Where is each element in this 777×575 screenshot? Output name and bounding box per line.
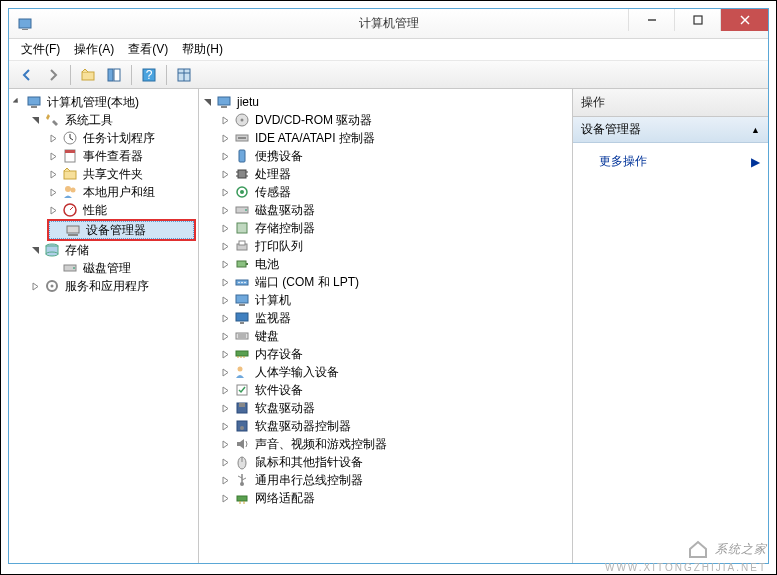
device-category-storage-controllers[interactable]: 存储控制器 xyxy=(219,219,570,237)
expand-icon[interactable] xyxy=(219,240,231,252)
device-tree-root[interactable]: jietu xyxy=(201,93,570,111)
expander-icon[interactable] xyxy=(11,96,23,108)
expand-icon[interactable] xyxy=(219,402,231,414)
tree-node-storage[interactable]: 存储 xyxy=(29,241,196,259)
collapse-icon[interactable] xyxy=(201,96,213,108)
processors-icon xyxy=(234,166,250,182)
expand-icon[interactable] xyxy=(219,132,231,144)
svg-rect-7 xyxy=(108,69,113,81)
device-category-network-adapters[interactable]: 网络适配器 xyxy=(219,489,570,507)
result-pane[interactable]: jietu DVD/CD-ROM 驱动器IDE ATA/ATAPI 控制器便携设… xyxy=(199,89,573,563)
show-hide-tree-button[interactable] xyxy=(102,64,126,86)
device-category-print-queues[interactable]: 打印队列 xyxy=(219,237,570,255)
expand-icon[interactable] xyxy=(219,204,231,216)
expand-icon[interactable] xyxy=(47,150,59,162)
tree-node-disk-management[interactable]: 磁盘管理 xyxy=(47,259,196,277)
device-category-computer[interactable]: 计算机 xyxy=(219,291,570,309)
device-category-processors[interactable]: 处理器 xyxy=(219,165,570,183)
device-category-software-devices[interactable]: 软件设备 xyxy=(219,381,570,399)
expand-icon[interactable] xyxy=(219,456,231,468)
svg-rect-59 xyxy=(236,313,248,321)
expand-icon[interactable] xyxy=(219,330,231,342)
expand-icon[interactable] xyxy=(219,222,231,234)
expand-icon[interactable] xyxy=(219,168,231,180)
device-category-keyboards[interactable]: 键盘 xyxy=(219,327,570,345)
view-button[interactable] xyxy=(172,64,196,86)
maximize-button[interactable] xyxy=(674,9,720,31)
device-category-hid-devices[interactable]: 人体学输入设备 xyxy=(219,363,570,381)
device-category-dvd-drives[interactable]: DVD/CD-ROM 驱动器 xyxy=(219,111,570,129)
print-queues-icon xyxy=(234,238,250,254)
expand-icon[interactable] xyxy=(219,492,231,504)
device-category-disk-drives[interactable]: 磁盘驱动器 xyxy=(219,201,570,219)
expand-icon[interactable] xyxy=(219,384,231,396)
minimize-button[interactable] xyxy=(628,9,674,31)
expand-icon[interactable] xyxy=(219,150,231,162)
collapse-icon[interactable] xyxy=(29,244,41,256)
usb-controllers-icon xyxy=(234,472,250,488)
expand-icon[interactable] xyxy=(219,294,231,306)
expand-icon[interactable] xyxy=(219,474,231,486)
tree-node-system-tools[interactable]: 系统工具 xyxy=(29,111,196,129)
actions-more-link[interactable]: 更多操作 ▶ xyxy=(573,149,768,174)
expand-icon[interactable] xyxy=(29,280,41,292)
expand-icon[interactable] xyxy=(219,420,231,432)
tree-node-shared-folders[interactable]: 共享文件夹 xyxy=(47,165,196,183)
tree-node-computer-management[interactable]: 计算机管理(本地) xyxy=(11,93,196,111)
device-category-floppy-drives[interactable]: 软盘驱动器 xyxy=(219,399,570,417)
expand-icon[interactable] xyxy=(219,114,231,126)
svg-rect-6 xyxy=(82,72,94,80)
expand-icon[interactable] xyxy=(219,186,231,198)
device-category-sensors[interactable]: 传感器 xyxy=(219,183,570,201)
floppy-drives-icon xyxy=(234,400,250,416)
expand-icon[interactable] xyxy=(47,132,59,144)
svg-rect-60 xyxy=(240,322,244,324)
svg-rect-52 xyxy=(246,263,248,265)
expand-icon[interactable] xyxy=(219,438,231,450)
device-category-floppy-controllers[interactable]: 软盘驱动器控制器 xyxy=(219,417,570,435)
expand-icon[interactable] xyxy=(47,168,59,180)
expand-icon[interactable] xyxy=(219,366,231,378)
collapse-icon[interactable] xyxy=(29,114,41,126)
menu-file[interactable]: 文件(F) xyxy=(15,39,66,60)
forward-button[interactable] xyxy=(41,64,65,86)
node-label: IDE ATA/ATAPI 控制器 xyxy=(253,130,377,147)
expand-icon[interactable] xyxy=(219,258,231,270)
device-category-memory-devices[interactable]: 内存设备 xyxy=(219,345,570,363)
node-label: 传感器 xyxy=(253,184,293,201)
node-label: 人体学输入设备 xyxy=(253,364,341,381)
svg-point-54 xyxy=(238,282,240,284)
svg-rect-64 xyxy=(236,351,248,356)
expand-icon[interactable] xyxy=(47,204,59,216)
tree-node-task-scheduler[interactable]: 任务计划程序 xyxy=(47,129,196,147)
node-label: DVD/CD-ROM 驱动器 xyxy=(253,112,374,129)
expand-icon[interactable] xyxy=(219,276,231,288)
device-category-monitors[interactable]: 监视器 xyxy=(219,309,570,327)
memory-devices-icon xyxy=(234,346,250,362)
up-button[interactable] xyxy=(76,64,100,86)
back-button[interactable] xyxy=(15,64,39,86)
hid-devices-icon xyxy=(234,364,250,380)
device-category-portable-devices[interactable]: 便携设备 xyxy=(219,147,570,165)
scope-pane[interactable]: 计算机管理(本地) 系统工具 任务计划程序 事件查看器 xyxy=(9,89,199,563)
close-button[interactable] xyxy=(720,9,768,31)
tree-node-local-users[interactable]: 本地用户和组 xyxy=(47,183,196,201)
expand-icon[interactable] xyxy=(47,186,59,198)
tree-node-performance[interactable]: 性能 xyxy=(47,201,196,219)
actions-section-header[interactable]: 设备管理器 ▲ xyxy=(573,117,768,143)
menu-view[interactable]: 查看(V) xyxy=(122,39,174,60)
tree-node-device-manager[interactable]: 设备管理器 xyxy=(49,221,194,239)
help-button[interactable]: ? xyxy=(137,64,161,86)
device-category-batteries[interactable]: 电池 xyxy=(219,255,570,273)
tree-node-event-viewer[interactable]: 事件查看器 xyxy=(47,147,196,165)
menu-action[interactable]: 操作(A) xyxy=(68,39,120,60)
expand-icon[interactable] xyxy=(219,348,231,360)
menu-help[interactable]: 帮助(H) xyxy=(176,39,229,60)
tree-node-services-apps[interactable]: 服务和应用程序 xyxy=(29,277,196,295)
device-category-ide-controllers[interactable]: IDE ATA/ATAPI 控制器 xyxy=(219,129,570,147)
device-category-ports-com-lpt[interactable]: 端口 (COM 和 LPT) xyxy=(219,273,570,291)
expand-icon[interactable] xyxy=(219,312,231,324)
device-category-mice-pointing[interactable]: 鼠标和其他指针设备 xyxy=(219,453,570,471)
device-category-usb-controllers[interactable]: 通用串行总线控制器 xyxy=(219,471,570,489)
device-category-audio-controllers[interactable]: 声音、视频和游戏控制器 xyxy=(219,435,570,453)
